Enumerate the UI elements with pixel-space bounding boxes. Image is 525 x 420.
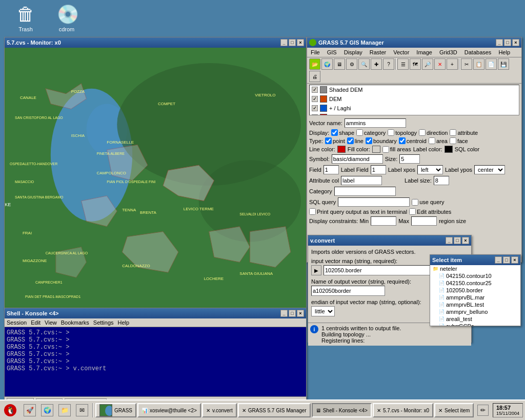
layer-dem-checkbox[interactable]: ✓ [312, 96, 318, 102]
layer-shaded-dem-checkbox[interactable]: ✓ [312, 87, 318, 93]
symbol-input[interactable] [332, 154, 383, 164]
select-item-ammprvbelluno[interactable]: 📄 ammprv_belluno [430, 308, 520, 315]
menu-image[interactable]: Image [415, 49, 434, 56]
tb-settings-btn[interactable]: ⚙ [346, 58, 357, 70]
cdrom-icon[interactable]: 💿 cdrom [51, 4, 82, 32]
type-centroid-cb[interactable]: centroid [399, 137, 427, 144]
sql-query-input[interactable] [338, 197, 410, 207]
map-minimize-btn[interactable]: _ [280, 39, 288, 46]
menu-raster[interactable]: Raster [368, 49, 388, 56]
tb-open-btn[interactable]: 📂 [309, 58, 320, 70]
select-item-ammprvbltest[interactable]: 📄 ammprvBL.test [430, 301, 520, 308]
layer-laghi[interactable]: ✓ + / Laghi [310, 104, 519, 113]
taskbar-grass-map-btn[interactable]: GRASS [95, 403, 136, 417]
display-shape-cb[interactable]: shape [331, 129, 354, 136]
vector-name-input[interactable] [345, 118, 406, 128]
layer-ammins-checkbox[interactable]: ✓ [312, 114, 318, 115]
tb-paste-btn[interactable]: 📄 [486, 58, 497, 70]
select-item-neteler[interactable]: 📁 neteler [430, 265, 520, 272]
taskbar-xosview-btn[interactable]: 📊 xosview@thuille <2> [137, 403, 201, 417]
select-item-avhrrgcps[interactable]: 📄 avhrrGCPs [430, 323, 520, 326]
taskbar-mail-icon[interactable]: ✉ [74, 403, 90, 417]
layer-laghi-checkbox[interactable]: ✓ [312, 105, 318, 111]
select-item-ammprvblmar[interactable]: 📄 ammprvBL.mar [430, 294, 520, 301]
tb-layers-btn[interactable]: ☰ [397, 58, 409, 70]
shell-menu-settings[interactable]: Settings [93, 319, 114, 326]
taskbar-grass-manager-btn[interactable]: ✕ GRASS 5.7 GIS Manager [238, 403, 311, 417]
size-input[interactable] [399, 154, 420, 164]
tb-map-btn[interactable]: 🗺 [410, 58, 421, 70]
fill-areas-cb[interactable]: fill areas [382, 146, 411, 153]
menu-vector[interactable]: Vector [392, 49, 411, 56]
shell-menu-bookmarks[interactable]: Bookmarks [61, 319, 89, 326]
taskbar-shell-btn[interactable]: 🖥 Shell - Konsole <4> [312, 403, 372, 417]
menu-file[interactable]: File [309, 49, 321, 56]
select-item-arealitest[interactable]: 📄 areali_test [430, 315, 520, 323]
map-close-btn[interactable]: × [297, 39, 304, 46]
shell-menu-session[interactable]: Session [7, 319, 27, 326]
map-titlebar[interactable]: 5.7.cvs - Monitor: x0 _ □ × [5, 37, 306, 48]
type-face-cb[interactable]: face [450, 137, 468, 144]
select-item-042150c25[interactable]: 📄 042150.contour25 [430, 279, 520, 287]
display-direction-cb[interactable]: direction [419, 129, 448, 136]
select-item-042150c10[interactable]: 📄 042150.contour10 [430, 272, 520, 279]
taskbar-vconvert-btn[interactable]: ✕ v.convert [202, 403, 237, 417]
shell-maximize-btn[interactable]: □ [289, 310, 296, 317]
attrib-col-input[interactable] [341, 176, 382, 185]
label-color-swatch[interactable] [445, 146, 453, 153]
vconvert-maximize-btn[interactable]: □ [454, 237, 461, 244]
taskbar-start-icon[interactable]: 🐧 [2, 403, 18, 417]
shell-close-btn[interactable]: × [297, 310, 304, 317]
tb-help-btn[interactable]: ? [383, 58, 394, 70]
tb-save-btn[interactable]: 💾 [498, 58, 509, 70]
layer-dem[interactable]: ✓ DEM [310, 94, 519, 104]
shell-content[interactable]: GRASS 5.7.cvs:~ > GRASS 5.7.cvs:~ > GRAS… [5, 327, 306, 396]
map-maximize-btn[interactable]: □ [289, 39, 296, 46]
tb-plus-btn[interactable]: + [447, 58, 458, 70]
display-topology-cb[interactable]: topology [388, 129, 417, 136]
menu-help[interactable]: Help [497, 49, 512, 56]
category-input[interactable] [334, 187, 396, 196]
display-attribute-cb[interactable]: attribute [450, 129, 478, 136]
layer-shaded-dem[interactable]: ✓ Shaded DEM [310, 85, 519, 94]
tb-zoom-btn[interactable]: 🔎 [422, 58, 433, 70]
menu-gis[interactable]: GIS [326, 49, 338, 56]
edit-attributes-cb[interactable]: Edit attributes [409, 208, 451, 215]
tb-cross-btn[interactable]: ✚ [371, 58, 382, 70]
menu-grid3d[interactable]: Grid3D [438, 49, 459, 56]
vconvert-input-arrow[interactable]: ▶ [311, 265, 321, 275]
constraints-min-input[interactable] [371, 216, 396, 226]
taskbar-files-icon[interactable]: 📁 [56, 403, 73, 417]
type-area-cb[interactable]: area [429, 137, 448, 144]
print-output-cb[interactable]: Print query output as text in terminal [309, 208, 407, 215]
vconvert-titlebar[interactable]: v.convert _ □ × [308, 235, 471, 246]
grass-titlebar[interactable]: GRASS 5.7 GIS Manager _ □ × [307, 37, 521, 48]
grass-maximize-btn[interactable]: □ [504, 39, 511, 46]
shell-menu-view[interactable]: View [45, 319, 57, 326]
tb-globe-btn[interactable]: 🌍 [321, 58, 333, 70]
select-maximize-btn[interactable]: □ [503, 256, 510, 264]
type-boundary-cb[interactable]: boundary [366, 137, 397, 144]
vconvert-minimize-btn[interactable]: _ [446, 237, 453, 244]
tray-edit-icon[interactable]: ✏ [475, 403, 491, 417]
type-line-cb[interactable]: line [347, 137, 364, 144]
taskbar-clock[interactable]: 18:57 15/11/2004 [493, 403, 523, 417]
shell-menu-edit[interactable]: Edit [31, 319, 41, 326]
line-color-swatch[interactable] [337, 146, 346, 153]
shell-titlebar[interactable]: Shell - Konsole <4> _ □ × [5, 308, 306, 318]
vconvert-close-btn[interactable]: × [462, 237, 469, 244]
taskbar-launch-icon[interactable]: 🚀 [22, 403, 38, 417]
menu-databases[interactable]: Databases [463, 49, 493, 56]
shell-minimize-btn[interactable]: _ [280, 310, 288, 317]
tb-copy-btn[interactable]: 📋 [473, 58, 484, 70]
tb-print-btn[interactable]: 🖨 [309, 71, 320, 82]
label-field-input[interactable] [371, 165, 386, 174]
display-category-cb[interactable]: category [356, 129, 386, 136]
tb-search-btn[interactable]: 🔍 [358, 58, 370, 70]
tb-cut-btn[interactable]: ✂ [461, 58, 472, 70]
tb-display-btn[interactable]: 🖥 [334, 58, 345, 70]
taskbar-monitor-btn[interactable]: ✕ 5.7.cvs - Monitor: x0 [373, 403, 433, 417]
label-xpos-select[interactable]: leftright [417, 165, 443, 174]
label-ypos-select[interactable]: centertop [474, 165, 505, 174]
label-size-input[interactable] [434, 176, 449, 185]
